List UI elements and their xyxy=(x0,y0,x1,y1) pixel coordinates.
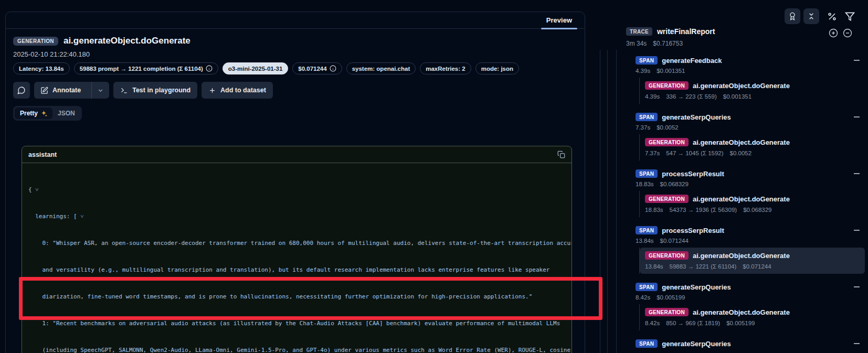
tab-json[interactable]: JSON xyxy=(52,108,80,119)
trace-duration: 3m 34s xyxy=(626,40,647,47)
circle-plus-icon[interactable] xyxy=(829,28,838,38)
observation-preview-panel: Preview GENERATION ai.generateObject.doG… xyxy=(5,12,585,353)
token-usage-pill[interactable]: 59883 prompt → 1221 completion (Σ 61104) xyxy=(74,62,218,74)
span-name: processSerpResult xyxy=(662,227,724,234)
trace-metrics: 3m 34s $0.716753 xyxy=(626,40,683,47)
add-to-dataset-button[interactable]: Add to dataset xyxy=(202,82,273,99)
generation-name: ai.generateObject.doGenerate xyxy=(693,82,790,90)
span-cost: $0.0052 xyxy=(657,124,679,131)
award-icon xyxy=(788,12,797,20)
generation-cost: $0.071244 xyxy=(743,263,771,270)
span-badge: SPAN xyxy=(636,169,658,178)
span-row[interactable]: SPAN processSerpResult xyxy=(636,224,865,236)
span-row[interactable]: SPAN processSerpResult xyxy=(636,168,865,179)
span-name: generateSerpQueries xyxy=(662,283,731,291)
span-row[interactable]: SPAN generateSerpQueries xyxy=(636,111,865,123)
tab-pretty[interactable]: Pretty xyxy=(15,108,52,119)
tree-span-item: SPAN processSerpResult 13.84s $0.071244 … xyxy=(636,224,865,274)
generation-badge: GENERATION xyxy=(645,195,689,203)
generation-duration: 13.84s xyxy=(645,263,663,270)
generation-name: ai.generateObject.doGenerate xyxy=(693,138,790,146)
code-line: learnings: [ ˅ xyxy=(28,212,565,221)
metrics-toggle-button[interactable] xyxy=(825,10,838,23)
edit-icon xyxy=(40,87,48,94)
span-cost: $0.068329 xyxy=(660,181,689,187)
collapse-node-icon[interactable] xyxy=(853,57,860,63)
span-row[interactable]: SPAN generateFeedback xyxy=(636,55,865,66)
filter-button[interactable] xyxy=(843,10,856,23)
tree-zoom-controls xyxy=(829,28,852,38)
span-badge: SPAN xyxy=(636,113,658,121)
generation-tokens: 59883 → 1221 (Σ 61104) xyxy=(670,263,737,270)
span-row[interactable]: SPAN generateSerpQueries xyxy=(636,338,865,349)
span-badge: SPAN xyxy=(636,226,658,234)
cost-pill[interactable]: $0.071244 xyxy=(292,62,342,74)
nested-generation: GENERATION ai.generateObject.doGenerate … xyxy=(639,134,865,161)
annotate-main-segment[interactable]: Annotate xyxy=(34,82,87,99)
comment-button[interactable] xyxy=(13,82,30,99)
json-output-viewer[interactable]: { ˅ learnings: [ ˅ 0: "Whisper ASR, an o… xyxy=(22,163,571,353)
annotate-dropdown-segment[interactable] xyxy=(91,82,109,99)
scores-button[interactable] xyxy=(785,8,800,24)
assistant-output-card: assistant { ˅ learnings: [ ˅ 0: "Whisper… xyxy=(22,146,572,353)
collapse-node-icon[interactable] xyxy=(853,170,860,177)
trace-root-row[interactable]: TRACE writeFinalReport xyxy=(626,27,715,36)
tree-indent-guide xyxy=(600,50,600,353)
actions-row: Annotate Test in playground Add to d xyxy=(13,82,577,99)
generation-duration: 18.83s xyxy=(645,207,663,213)
collapse-node-icon[interactable] xyxy=(853,284,860,290)
code-line: 0: "Whisper ASR, an open-source encoder-… xyxy=(28,239,565,248)
tree-span-item: SPAN generateSerpQueries 7.37s $0.0052 G… xyxy=(636,111,865,161)
chevron-down-icon xyxy=(97,87,104,94)
span-duration: 7.37s xyxy=(636,124,650,131)
collapse-node-icon[interactable] xyxy=(853,114,860,120)
tab-preview-label: Preview xyxy=(546,16,572,24)
generation-duration: 8.42s xyxy=(645,320,660,326)
generation-row[interactable]: GENERATION ai.generateObject.doGenerate xyxy=(645,250,860,261)
generation-tokens: 547 → 1045 (Σ 1592) xyxy=(666,150,723,156)
collapse-all-button[interactable] xyxy=(803,8,819,24)
span-badge: SPAN xyxy=(636,339,658,348)
annotate-button[interactable]: Annotate xyxy=(34,82,109,99)
funnel-icon xyxy=(845,12,855,22)
trace-name: writeFinalReport xyxy=(657,27,715,36)
span-duration: 18.83s xyxy=(636,181,654,187)
info-icon xyxy=(206,65,213,72)
generation-row[interactable]: GENERATION ai.generateObject.doGenerate xyxy=(645,136,860,148)
sidebar-toolbar xyxy=(785,8,856,24)
span-duration: 8.42s xyxy=(636,294,650,301)
max-retries-pill: maxRetries: 2 xyxy=(420,62,471,74)
preview-tabbar: Preview xyxy=(6,12,585,29)
circle-minus-icon[interactable] xyxy=(843,28,852,38)
generation-row[interactable]: GENERATION ai.generateObject.doGenerate xyxy=(645,193,860,205)
generation-tokens: 54373 → 1936 (Σ 56309) xyxy=(670,207,737,213)
collapse-node-icon[interactable] xyxy=(853,340,860,347)
tree-indent-guide xyxy=(616,50,617,353)
copy-icon[interactable] xyxy=(557,151,565,158)
span-row[interactable]: SPAN generateSerpQueries xyxy=(636,281,865,293)
span-cost: $0.001351 xyxy=(657,68,685,74)
generation-badge: GENERATION xyxy=(645,138,689,146)
span-cost: $0.005199 xyxy=(657,294,685,301)
test-in-playground-button[interactable]: Test in playground xyxy=(113,82,197,99)
info-icon xyxy=(330,65,336,72)
latency-pill: Latency: 13.84s xyxy=(13,62,70,74)
nested-generation: GENERATION ai.generateObject.doGenerate … xyxy=(639,78,865,104)
message-role-label: assistant xyxy=(28,151,57,158)
output-format-tabs: Pretty JSON xyxy=(13,106,82,121)
model-pill[interactable]: o3-mini-2025-01-31 xyxy=(223,62,289,74)
system-pill: system: openai.chat xyxy=(346,62,416,74)
code-line: { ˅ xyxy=(28,185,565,194)
trace-cost: $0.716753 xyxy=(653,40,683,47)
generation-row[interactable]: GENERATION ai.generateObject.doGenerate xyxy=(645,80,860,91)
comment-icon xyxy=(17,86,26,94)
generation-duration: 7.37s xyxy=(645,150,660,156)
generation-name: ai.generateObject.doGenerate xyxy=(693,252,790,260)
generation-row[interactable]: GENERATION ai.generateObject.doGenerate xyxy=(645,306,860,318)
code-line: (including SpeechGPT, SALMONN, Qwen2-Aud… xyxy=(28,346,565,353)
span-badge: SPAN xyxy=(636,283,658,291)
code-line: and versatility (e.g., multilingual tran… xyxy=(28,265,565,274)
tab-preview[interactable]: Preview xyxy=(539,12,579,29)
span-name: generateFeedback xyxy=(662,57,722,65)
collapse-node-icon[interactable] xyxy=(853,227,860,233)
